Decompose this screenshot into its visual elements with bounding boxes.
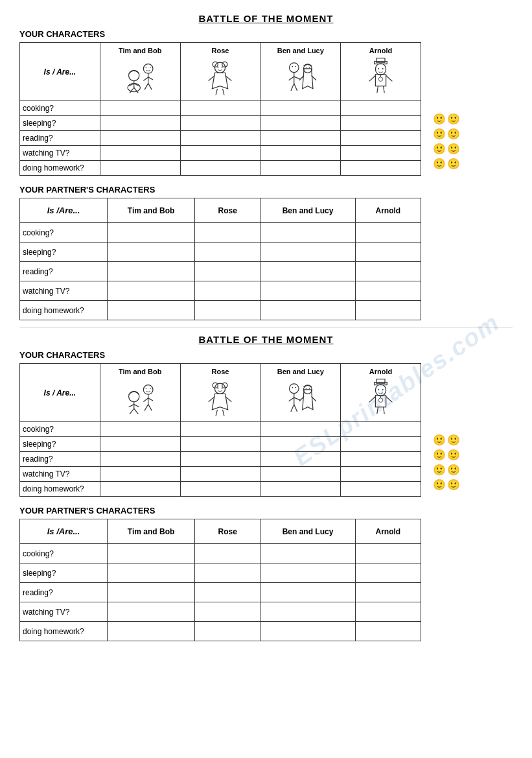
smiley-icon: 🙂 [433,464,445,476]
svg-point-93 [378,389,379,390]
svg-point-22 [218,66,219,67]
activity-row-bottom-4: doing homework? [20,482,421,497]
tim-bob-col-bottom: Tim and Bob [100,364,180,422]
svg-line-69 [223,410,224,416]
partners-ben-lucy-top: Ben and Lucy [260,198,355,223]
smiley-pair-b2: 🙂 🙂 [433,463,459,477]
activity-row-top-3: watching TV? [20,146,421,161]
partners-ben-lucy-bottom: Ben and Lucy [260,519,355,544]
ben-lucy-col-top: Ben and Lucy [260,43,341,101]
partners-arnold-top: Arnold [355,198,421,223]
svg-point-95 [378,398,383,403]
svg-line-75 [294,397,301,400]
activity-row-top-4: doing homework? [20,161,421,176]
partners-table-top: Is /Are... Tim and Bob Rose Ben and Lucy… [19,198,421,320]
smiley-pair-1: 🙂 🙂 [433,127,459,141]
svg-line-58 [148,398,152,401]
top-partners-section: YOUR PARTNER'S CHARACTERS Is /Are... Tim… [19,185,513,320]
smiley-icon: 🙂 [433,143,445,155]
activity-row-top-2: reading? [20,131,421,146]
your-characters-label-top: YOUR CHARACTERS [19,29,513,39]
svg-rect-38 [376,58,385,63]
activity-row-bottom-0: cooking? [20,422,421,437]
svg-line-43 [377,86,378,93]
arnold-col-bottom: Arnold [341,364,421,422]
your-characters-table-top: Is / Are... Tim and Bob [19,42,421,176]
svg-point-79 [295,387,297,388]
svg-point-35 [306,67,307,68]
arnold-icon-bottom [360,377,402,419]
partners-activity-3-bottom: watching TV? [20,602,421,622]
smiley-icon: 🙂 [433,158,445,170]
tim-bob-col-top: Tim and Bob [100,43,180,101]
svg-line-42 [386,75,393,81]
top-your-characters-section: YOUR CHARACTERS Is / Are... Tim and Bob [19,29,513,178]
partners-rose-top: Rose [195,198,260,223]
is-are-header-top: Is / Are... [20,43,100,101]
smiley-icon: 🙂 [433,128,445,140]
svg-line-57 [143,398,148,402]
svg-point-61 [145,388,146,389]
svg-point-46 [382,68,384,69]
svg-line-12 [148,84,152,90]
svg-line-52 [133,405,139,407]
partners-rose-bottom: Rose [195,519,260,544]
partners-activity-2-top: reading? [20,262,421,281]
svg-line-74 [289,397,294,401]
smiley-icon: 🙂 [433,113,445,125]
partners-activity-0-bottom: cooking? [20,544,421,563]
svg-line-11 [145,84,148,90]
svg-line-53 [130,409,134,414]
smiley-icon: 🙂 [433,434,445,446]
partners-activity-1-top: sleeping? [20,243,421,262]
svg-point-7 [143,64,153,74]
activity-row-bottom-3: watching TV? [20,467,421,482]
activity-row-bottom-1: sleeping? [20,437,421,452]
smiley-pair-b1: 🙂 🙂 [433,448,459,462]
svg-point-15 [215,62,226,73]
svg-point-87 [375,385,386,396]
svg-point-63 [215,383,226,394]
svg-point-23 [222,66,223,67]
smiley-pair-2: 🙂 🙂 [433,142,459,156]
svg-line-44 [384,86,385,93]
svg-point-78 [292,387,294,388]
svg-line-29 [294,84,297,91]
smiley-pair-b0: 🙂 🙂 [433,433,459,447]
partners-label-bottom: YOUR PARTNER'S CHARACTERS [19,506,513,515]
activity-row-top-0: cooking? [20,101,421,116]
svg-point-94 [382,389,384,390]
svg-line-20 [216,89,217,95]
smiley-icon: 🙂 [433,449,445,461]
tim-bob-icon-top [119,56,161,98]
smiley-icon: 🙂 [447,479,459,491]
arnold-col-top: Arnold [341,43,421,101]
activity-row-bottom-2: reading? [20,452,421,467]
svg-line-68 [216,410,217,416]
ben-lucy-icon-top [279,56,321,98]
svg-line-92 [384,407,385,414]
svg-line-77 [294,405,297,412]
partners-is-are-bottom: Is /Are... [20,519,108,544]
partners-label-top: YOUR PARTNER'S CHARACTERS [19,185,513,195]
svg-line-41 [369,75,376,81]
svg-point-84 [309,388,310,389]
svg-line-27 [294,77,301,79]
rose-col-bottom: Rose [180,364,260,422]
svg-line-76 [291,405,294,412]
smiley-icon: 🙂 [447,143,459,155]
svg-line-9 [143,77,148,81]
partners-activity-0-top: cooking? [20,223,421,243]
partners-activity-2-bottom: reading? [20,583,421,602]
svg-line-28 [291,84,294,91]
ben-lucy-icon-bottom [279,377,321,419]
smiley-icon: 🙂 [447,464,459,476]
smiley-column-top: 🙂 🙂 🙂 🙂 🙂 🙂 🙂 🙂 [433,112,459,172]
rose-col-top: Rose [180,43,260,101]
svg-point-14 [150,67,151,68]
partners-tim-bob-top: Tim and Bob [108,198,195,223]
svg-line-51 [128,405,133,407]
smiley-icon: 🙂 [433,479,445,491]
svg-point-71 [222,387,223,388]
your-characters-table-bottom: Is / Are... Tim and Bob [19,363,421,497]
